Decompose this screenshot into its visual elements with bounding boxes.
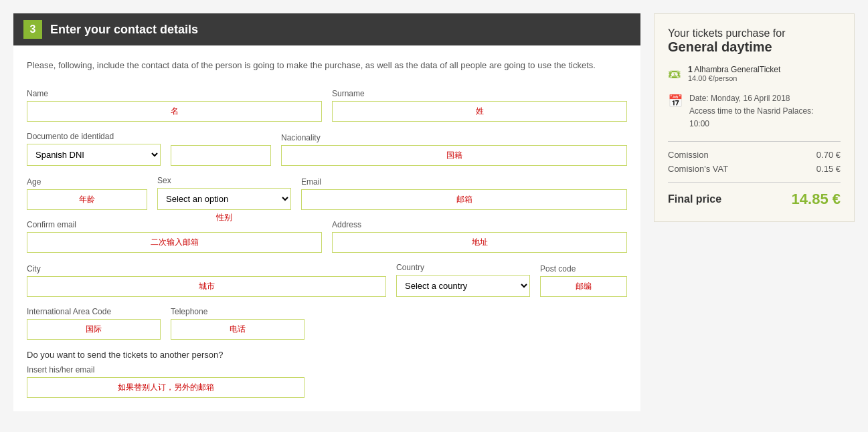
date-icon: 📅 [668,94,683,108]
postcode-input-wrapper: 邮编 [540,276,627,297]
confirm-email-input-wrapper: 二次输入邮箱 [27,232,322,253]
step-number: 3 [23,20,42,39]
surname-input[interactable] [332,101,627,122]
sex-select[interactable]: Select an option Male Female [157,188,291,210]
intl-area-input[interactable] [27,319,161,340]
city-input-wrapper: 城市 [27,276,386,297]
date-info: Date: Monday, 16 April 2018 Access time … [689,92,813,131]
nacionality-group: Nacionality 国籍 [281,133,627,166]
intl-area-input-wrapper: 国际 [27,319,161,340]
final-price-value: 14.85 € [792,191,841,208]
ticket-price: 14.00 €/person [688,74,780,82]
phone-row: International Area Code 国际 Telephone 电话 [27,307,627,340]
vat-row: Comision's VAT 0.15 € [668,164,841,174]
divider-2 [668,182,841,183]
confirm-email-group: Confirm email 二次输入邮箱 [27,220,322,253]
confirm-email-input[interactable] [27,232,322,253]
documento-text-input[interactable] [171,145,271,166]
email-input[interactable] [301,189,627,210]
comission-value: 0.70 € [816,150,841,160]
email-label: Email [301,177,627,187]
postcode-group: Post code 邮编 [540,264,627,297]
nacionality-label: Nacionality [281,133,627,142]
vat-value: 0.15 € [816,164,841,174]
documento-nacionality-row: Documento de identidad Spanish DNI Passp… [27,132,627,166]
age-input[interactable] [27,189,147,210]
city-label: City [27,264,386,274]
documento-label: Documento de identidad [27,132,161,141]
name-label: Name [27,89,322,98]
age-group: Age 年龄 [27,177,147,210]
documento-text-group: - [171,133,271,166]
postcode-label: Post code [540,264,627,274]
intl-area-group: International Area Code 国际 [27,307,161,340]
ticket-info: 1 Alhambra GeneralTicket 14.00 €/person [688,65,780,82]
sidebar: Your tickets purchase for General daytim… [654,13,855,411]
sidebar-card: Your tickets purchase for General daytim… [654,13,855,222]
send-tickets-question: Do you want to send the tickets to anoth… [27,350,627,360]
comission-row: Comission 0.70 € [668,150,841,160]
insert-email-label: Insert his/her email [27,365,627,374]
postcode-input[interactable] [540,276,627,297]
intl-area-label: International Area Code [27,307,161,316]
surname-group: Surname 姓 [332,89,627,122]
name-group: Name 名 [27,89,322,122]
access-label: Access time to the Nasrid Palaces: [689,105,813,118]
address-input-wrapper: 地址 [332,232,627,253]
nacionality-input[interactable] [281,145,627,166]
comission-label: Comission [668,150,709,160]
documento-group: Documento de identidad Spanish DNI Passp… [27,132,161,166]
access-time: 10:00 [689,118,813,130]
address-input[interactable] [332,232,627,253]
confirm-address-row: Confirm email 二次输入邮箱 Address 地址 [27,220,627,253]
section-header: 3 Enter your contact details [13,13,640,45]
confirm-email-label: Confirm email [27,220,322,229]
city-country-postcode-row: City 城市 Country Select a country Po [27,263,627,297]
age-label: Age [27,177,147,187]
city-group: City 城市 [27,264,386,297]
surname-label: Surname [332,89,627,98]
final-price-row: Final price 14.85 € [668,191,841,208]
telephone-label: Telephone [171,307,305,316]
insert-email-input[interactable] [27,377,305,398]
final-price-label: Final price [668,193,721,205]
email-group: Email 邮箱 [301,177,627,210]
country-group: Country Select a country [396,263,530,297]
ticket-item: 🎟 1 Alhambra GeneralTicket 14.00 €/perso… [668,65,841,82]
send-tickets-section: Do you want to send the tickets to anoth… [27,350,627,398]
ticket-icon: 🎟 [668,66,681,82]
email-input-wrapper: 邮箱 [301,189,627,210]
sidebar-title: Your tickets purchase for General daytim… [668,27,841,55]
date-item: 📅 Date: Monday, 16 April 2018 Access tim… [668,92,841,131]
telephone-input-wrapper: 电话 [171,319,305,340]
section-title: Enter your contact details [50,23,198,37]
country-label: Country [396,263,530,272]
ticket-name: Alhambra GeneralTicket [694,65,780,74]
sidebar-title-line1: Your tickets purchase for [668,27,786,39]
surname-input-wrapper: 姓 [332,101,627,122]
sex-label: Sex [157,176,291,185]
insert-email-wrapper: 如果替别人订，另外的邮箱 [27,377,305,398]
age-input-wrapper: 年龄 [27,189,147,210]
name-input-wrapper: 名 [27,101,322,122]
divider [668,141,841,142]
ticket-qty: 1 [688,65,693,74]
address-label: Address [332,220,627,229]
documento-select[interactable]: Spanish DNI Passport Other [27,144,161,166]
age-sex-email-row: Age 年龄 Sex Select an option Male Female [27,176,627,210]
nacionality-input-wrapper: 国籍 [281,145,627,166]
telephone-group: Telephone 电话 [171,307,305,340]
city-input[interactable] [27,276,386,297]
country-select[interactable]: Select a country [396,275,530,297]
address-group: Address 地址 [332,220,627,253]
telephone-input[interactable] [171,319,305,340]
intro-text: Please, following, include the contact d… [27,59,627,72]
vat-label: Comision's VAT [668,164,728,174]
sex-group: Sex Select an option Male Female 性别 [157,176,291,210]
date-label: Date: Monday, 16 April 2018 [689,92,813,105]
sidebar-title-line2: General daytime [668,39,841,55]
name-input[interactable] [27,101,322,122]
name-surname-row: Name 名 Surname 姓 [27,89,627,122]
